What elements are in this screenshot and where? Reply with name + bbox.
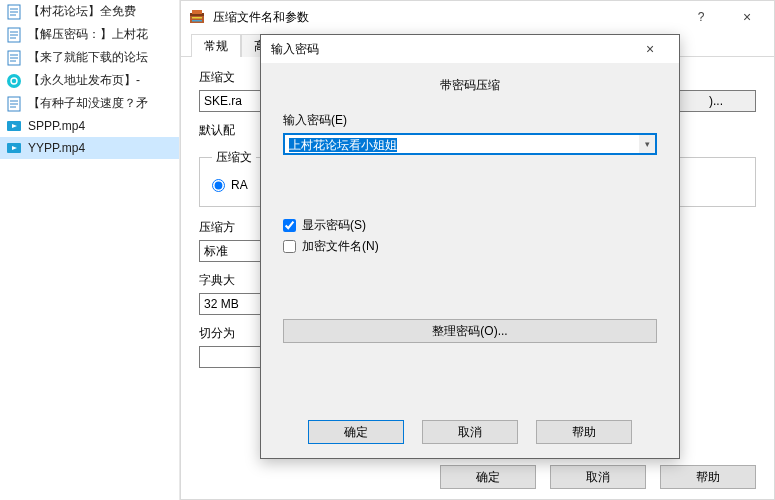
- file-list: 【村花论坛】全免费 【解压密码：】上村花 【来了就能下载的论坛 【永久地址发布页…: [0, 0, 180, 500]
- password-ok-button[interactable]: 确定: [308, 420, 404, 444]
- format-rar-input[interactable]: [212, 179, 225, 192]
- browse-button[interactable]: )...: [676, 90, 756, 112]
- file-row[interactable]: 【永久地址发布页】-: [0, 69, 179, 92]
- format-legend: 压缩文: [212, 149, 256, 166]
- ok-button[interactable]: 确定: [440, 465, 536, 489]
- file-row[interactable]: 【来了就能下载的论坛: [0, 46, 179, 69]
- enter-password-label: 输入密码(E): [283, 112, 657, 129]
- winrar-icon: [189, 9, 205, 25]
- svg-rect-25: [192, 20, 202, 22]
- svg-point-12: [7, 74, 21, 88]
- split-input[interactable]: [199, 346, 269, 368]
- password-titlebar: 输入密码 ×: [261, 35, 679, 63]
- password-cancel-button[interactable]: 取消: [422, 420, 518, 444]
- svg-rect-23: [192, 10, 202, 14]
- svg-rect-24: [192, 17, 202, 19]
- chevron-down-icon: ▾: [645, 139, 650, 149]
- file-label: YYPP.mp4: [28, 141, 85, 155]
- encrypt-names-checkbox[interactable]: 加密文件名(N): [283, 238, 657, 255]
- file-label: 【解压密码：】上村花: [28, 26, 148, 43]
- password-close-button[interactable]: ×: [627, 33, 673, 65]
- tab-general[interactable]: 常规: [191, 34, 241, 57]
- password-history-dropdown[interactable]: ▾: [639, 133, 657, 155]
- help-button[interactable]: ?: [678, 1, 724, 33]
- titlebar: 压缩文件名和参数 ? ×: [181, 1, 774, 33]
- link-icon: [6, 73, 22, 89]
- file-row[interactable]: SPPP.mp4: [0, 115, 179, 137]
- file-label: 【永久地址发布页】-: [28, 72, 140, 89]
- password-button-row: 确定 取消 帮助: [261, 410, 679, 458]
- cancel-button[interactable]: 取消: [550, 465, 646, 489]
- window-title: 压缩文件名和参数: [213, 9, 309, 26]
- text-file-icon: [6, 96, 22, 112]
- dict-select[interactable]: [199, 293, 269, 315]
- text-file-icon: [6, 4, 22, 20]
- text-file-icon: [6, 27, 22, 43]
- text-file-icon: [6, 50, 22, 66]
- file-row[interactable]: 【解压密码：】上村花: [0, 23, 179, 46]
- dialog-button-row: 确定 取消 帮助: [181, 455, 774, 499]
- show-password-input[interactable]: [283, 219, 296, 232]
- file-row[interactable]: 【有种子却没速度？矛: [0, 92, 179, 115]
- organize-passwords-button[interactable]: 整理密码(O)...: [283, 319, 657, 343]
- close-button[interactable]: ×: [724, 1, 770, 33]
- method-select[interactable]: [199, 240, 269, 262]
- password-heading: 带密码压缩: [283, 77, 657, 94]
- file-label: 【有种子却没速度？矛: [28, 95, 148, 112]
- file-label: 【来了就能下载的论坛: [28, 49, 148, 66]
- video-file-icon: [6, 140, 22, 156]
- file-label: 【村花论坛】全免费: [28, 3, 136, 20]
- password-dialog: 输入密码 × 带密码压缩 输入密码(E) 上村花论坛看小姐姐 ▾ 显示密码(S)…: [260, 34, 680, 459]
- file-label: SPPP.mp4: [28, 119, 85, 133]
- encrypt-names-input[interactable]: [283, 240, 296, 253]
- file-row[interactable]: YYPP.mp4: [0, 137, 179, 159]
- password-title: 输入密码: [271, 41, 319, 58]
- password-help-button[interactable]: 帮助: [536, 420, 632, 444]
- password-input[interactable]: 上村花论坛看小姐姐: [283, 133, 639, 155]
- show-password-checkbox[interactable]: 显示密码(S): [283, 217, 657, 234]
- help-button[interactable]: 帮助: [660, 465, 756, 489]
- file-row[interactable]: 【村花论坛】全免费: [0, 0, 179, 23]
- video-file-icon: [6, 118, 22, 134]
